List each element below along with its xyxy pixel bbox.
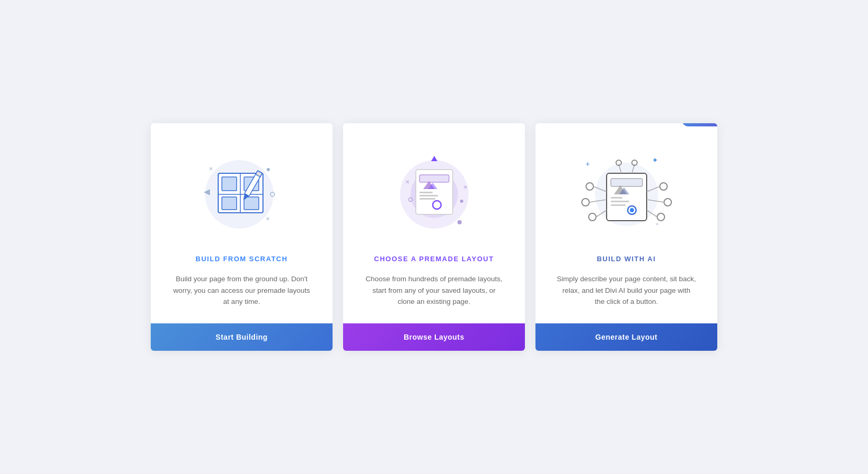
svg-text:✦: ✦ — [652, 156, 658, 164]
premade-title: CHOOSE A PREMADE LAYOUT — [374, 255, 494, 263]
svg-rect-24 — [420, 198, 435, 200]
card-ai: Brand New — [535, 123, 717, 351]
scratch-illustration: ◀ ✕ ✕ — [189, 144, 295, 239]
svg-point-48 — [660, 183, 667, 190]
card-scratch: ◀ ✕ ✕ BUILD FROM SCRATCH Build your page… — [151, 123, 333, 351]
svg-rect-39 — [611, 204, 626, 206]
svg-rect-4 — [222, 177, 237, 191]
brand-new-badge: Brand New — [682, 123, 717, 126]
svg-point-31 — [457, 220, 462, 224]
svg-point-41 — [630, 208, 634, 212]
svg-text:✕: ✕ — [405, 179, 409, 185]
svg-rect-34 — [611, 179, 642, 186]
premade-description: Choose from hundreds of premade layouts,… — [359, 273, 509, 308]
premade-footer: Browse Layouts — [343, 323, 525, 351]
svg-text:✕: ✕ — [463, 184, 467, 190]
svg-rect-19 — [420, 175, 449, 182]
svg-text:+: + — [586, 160, 590, 168]
card-ai-body: + ✦ + BUILD WITH AI Simply describe your… — [535, 123, 717, 323]
svg-text:✕: ✕ — [209, 166, 213, 172]
svg-point-50 — [657, 213, 665, 221]
svg-rect-7 — [244, 197, 259, 210]
svg-text:✕: ✕ — [266, 216, 270, 222]
ai-description: Simply describe your page content, sit b… — [551, 273, 701, 308]
svg-rect-38 — [611, 201, 629, 202]
svg-point-15 — [267, 168, 270, 171]
scratch-title: BUILD FROM SCRATCH — [196, 255, 288, 263]
svg-point-42 — [586, 183, 593, 190]
generate-layout-button[interactable]: Generate Layout — [535, 323, 717, 351]
svg-text:◀: ◀ — [203, 187, 210, 196]
svg-text:+: + — [656, 221, 659, 227]
svg-rect-5 — [222, 197, 237, 210]
svg-rect-37 — [611, 197, 622, 199]
card-scratch-body: ◀ ✕ ✕ BUILD FROM SCRATCH Build your page… — [151, 123, 333, 323]
ai-illustration: + ✦ + — [574, 144, 679, 239]
start-building-button[interactable]: Start Building — [151, 323, 333, 351]
svg-point-29 — [460, 200, 463, 203]
svg-point-43 — [582, 199, 589, 206]
svg-marker-30 — [431, 156, 437, 161]
svg-rect-23 — [420, 195, 438, 196]
scratch-description: Build your page from the ground up. Don'… — [167, 273, 317, 308]
cards-container: ◀ ✕ ✕ BUILD FROM SCRATCH Build your page… — [145, 123, 723, 351]
ai-title: BUILD WITH AI — [597, 255, 656, 263]
ai-footer: Generate Layout — [535, 323, 717, 351]
card-premade: ✕ ✕ CHOOSE A PREMADE LAYOUT Choose from … — [343, 123, 525, 351]
svg-rect-22 — [420, 192, 433, 193]
page-wrapper: ◀ ✕ ✕ BUILD FROM SCRATCH Build your page… — [0, 0, 868, 474]
scratch-footer: Start Building — [151, 323, 333, 351]
svg-point-44 — [589, 213, 596, 221]
browse-layouts-button[interactable]: Browse Layouts — [343, 323, 525, 351]
premade-illustration: ✕ ✕ — [382, 144, 487, 239]
svg-point-49 — [664, 199, 671, 206]
card-premade-body: ✕ ✕ CHOOSE A PREMADE LAYOUT Choose from … — [343, 123, 525, 323]
